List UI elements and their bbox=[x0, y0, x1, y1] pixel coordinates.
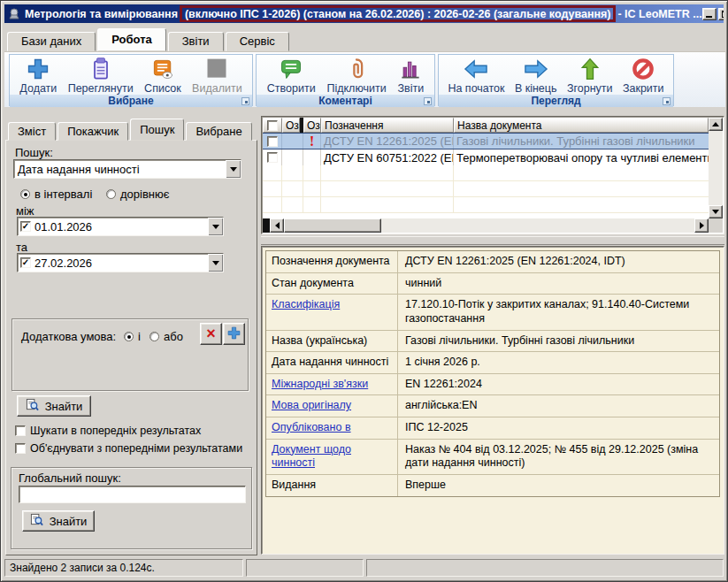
sidebar-tab-contents[interactable]: Зміст bbox=[8, 122, 56, 141]
column-header-ozn[interactable]: Озн bbox=[282, 118, 300, 133]
table-row[interactable]: ! ДСТУ EN 12261:2025 (EN Газові лічильни… bbox=[263, 133, 709, 149]
arrow-up-icon bbox=[579, 56, 602, 82]
select-all-header[interactable] bbox=[263, 118, 282, 133]
create-comment-button-label: Створити bbox=[267, 82, 316, 95]
global-find-button-label: Знайти bbox=[50, 515, 88, 528]
date-to-combo[interactable]: 27.02.2026 bbox=[17, 253, 224, 272]
international-links-link[interactable]: Міжнародні зв'язки bbox=[266, 374, 398, 395]
list-button-label: Список bbox=[144, 82, 181, 95]
chevron-down-icon[interactable] bbox=[208, 218, 223, 235]
detail-row: Дата надання чинності 1 січня 2026 р. bbox=[266, 351, 719, 373]
table-row[interactable]: ДСТУ EN 60751:2022 (EN Термоперетворювач… bbox=[263, 149, 709, 165]
detail-row: Опубліковано в ІПС 12-2025 bbox=[266, 417, 719, 439]
flag-cell: ! bbox=[303, 134, 321, 149]
ribbon-group-caption: Перегляд bbox=[439, 95, 673, 107]
sidebar-tab-favorites[interactable]: Вибране bbox=[186, 122, 251, 141]
tab-reports[interactable]: Звіти bbox=[168, 32, 224, 51]
maximize-button[interactable] bbox=[718, 8, 724, 20]
arrow-right-icon bbox=[523, 56, 549, 82]
row-checkbox[interactable] bbox=[263, 149, 282, 165]
tab-work[interactable]: Робота bbox=[97, 28, 166, 51]
ozn-cell bbox=[282, 149, 303, 165]
dialog-launcher-icon[interactable] bbox=[241, 97, 249, 105]
extra-and-radio[interactable]: і bbox=[124, 330, 141, 343]
scroll-right-icon[interactable] bbox=[694, 218, 709, 233]
delete-button-label: Видалити bbox=[192, 82, 242, 95]
attach-button[interactable]: Підключити bbox=[324, 56, 388, 95]
panel-splitter[interactable] bbox=[261, 236, 724, 245]
row-checkbox[interactable] bbox=[263, 134, 282, 149]
sidebar-tab-search[interactable]: Пошук bbox=[130, 119, 184, 141]
prev-results-checkbox[interactable]: Шукати в попередніх результатах bbox=[15, 425, 201, 437]
clear-condition-button[interactable]: × bbox=[200, 323, 222, 345]
ribbon-group-caption: Вибране bbox=[10, 95, 252, 107]
dialog-launcher-icon[interactable] bbox=[663, 97, 671, 105]
ribbon-group-caption-label: Перегляд bbox=[531, 95, 580, 107]
create-comment-button[interactable]: Створити bbox=[264, 56, 318, 95]
column-header-name[interactable]: Назва документа bbox=[454, 118, 709, 133]
find-button[interactable]: Знайти bbox=[17, 395, 91, 417]
paperclip-icon bbox=[344, 56, 369, 82]
bar-chart-icon bbox=[398, 56, 423, 82]
add-button[interactable]: Додати bbox=[17, 56, 59, 95]
detail-value: англійська:EN bbox=[398, 395, 719, 417]
column-header-oz[interactable]: Оз bbox=[303, 118, 321, 133]
published-in-link[interactable]: Опубліковано в bbox=[266, 417, 398, 439]
date-from-value: 01.01.2026 bbox=[31, 220, 208, 234]
status-pane bbox=[366, 559, 724, 577]
document-details-panel: Позначення документа ДСТУ EN 12261:2025 … bbox=[261, 246, 724, 555]
extra-condition-group: Додаткова умова: і або × bbox=[11, 318, 249, 391]
view-button[interactable]: Переглянути bbox=[65, 56, 136, 95]
global-find-button[interactable]: Знайти bbox=[22, 510, 95, 532]
detail-row: Класифікація 17.120.10-Потік у закритих … bbox=[266, 294, 719, 329]
maximize-icon bbox=[722, 11, 724, 18]
column-header-designation[interactable]: Позначення bbox=[321, 118, 454, 133]
scroll-up-icon[interactable] bbox=[709, 118, 723, 131]
chevron-down-icon[interactable] bbox=[226, 160, 241, 178]
search-field-combo[interactable]: Дата надання чинності bbox=[13, 159, 241, 179]
radio-off-icon bbox=[106, 189, 116, 199]
scroll-down-icon[interactable] bbox=[709, 205, 723, 218]
name-cell: Термоперетворювачі опору та чутливі елем… bbox=[454, 149, 709, 165]
close-view-button-label: Закрити bbox=[623, 82, 664, 95]
collapse-button[interactable]: Згорнути bbox=[564, 56, 616, 95]
checkbox-checked-icon[interactable] bbox=[20, 257, 31, 268]
validity-document-link[interactable]: Документ щодо чинності bbox=[266, 440, 398, 474]
equals-radio[interactable]: дорівнює bbox=[106, 188, 169, 201]
horizontal-scrollbar[interactable] bbox=[263, 218, 709, 233]
close-view-button[interactable]: Закрити bbox=[620, 56, 667, 95]
and-label: та bbox=[16, 241, 27, 254]
to-end-button[interactable]: В кінець bbox=[512, 56, 560, 95]
merge-results-checkbox[interactable]: Об'єднувати з попередніми результатами bbox=[15, 442, 242, 455]
detail-value: Газові лічильники. Турбінні газові лічил… bbox=[398, 331, 719, 352]
sidebar-tab-index[interactable]: Покажчик bbox=[57, 122, 128, 141]
empty-row bbox=[263, 181, 709, 197]
tab-service[interactable]: Сервіс bbox=[226, 32, 289, 51]
status-pane bbox=[246, 559, 364, 577]
extra-or-radio[interactable]: або bbox=[149, 330, 183, 343]
classification-link[interactable]: Класифікація bbox=[266, 295, 398, 329]
reports-button[interactable]: Звіти bbox=[395, 56, 427, 95]
list-button[interactable]: Список bbox=[142, 56, 184, 95]
minimize-button[interactable] bbox=[702, 8, 717, 20]
checkbox-checked-icon[interactable] bbox=[20, 221, 31, 232]
detail-value: EN 12261:2024 bbox=[398, 374, 719, 395]
list-preview-icon bbox=[150, 56, 175, 82]
dialog-launcher-icon[interactable] bbox=[424, 97, 432, 105]
add-condition-button[interactable] bbox=[223, 323, 245, 345]
scroll-left-icon[interactable] bbox=[270, 218, 284, 233]
date-from-combo[interactable]: 01.01.2026 bbox=[17, 217, 224, 236]
interval-radio[interactable]: в інтервалі bbox=[20, 188, 92, 201]
detail-value: ДСТУ EN 12261:2025 (EN 12261:2024, IDT) bbox=[398, 251, 719, 272]
empty-row bbox=[263, 197, 709, 213]
vertical-scrollbar[interactable] bbox=[709, 118, 723, 218]
title-bar: Метрологія та вимірювання (включно ІПС 1… bbox=[4, 4, 724, 23]
original-language-link[interactable]: Мова оригіналу bbox=[266, 395, 398, 417]
status-message: Знайдено 2 записи за 0.124с. bbox=[4, 559, 243, 577]
chevron-down-icon[interactable] bbox=[208, 254, 223, 272]
to-start-button[interactable]: На початок bbox=[445, 56, 507, 95]
date-to-value: 27.02.2026 bbox=[31, 257, 208, 270]
scrollbar-thumb[interactable] bbox=[284, 218, 381, 233]
tab-databases[interactable]: Бази даних bbox=[7, 32, 96, 51]
global-search-input[interactable] bbox=[19, 486, 246, 503]
